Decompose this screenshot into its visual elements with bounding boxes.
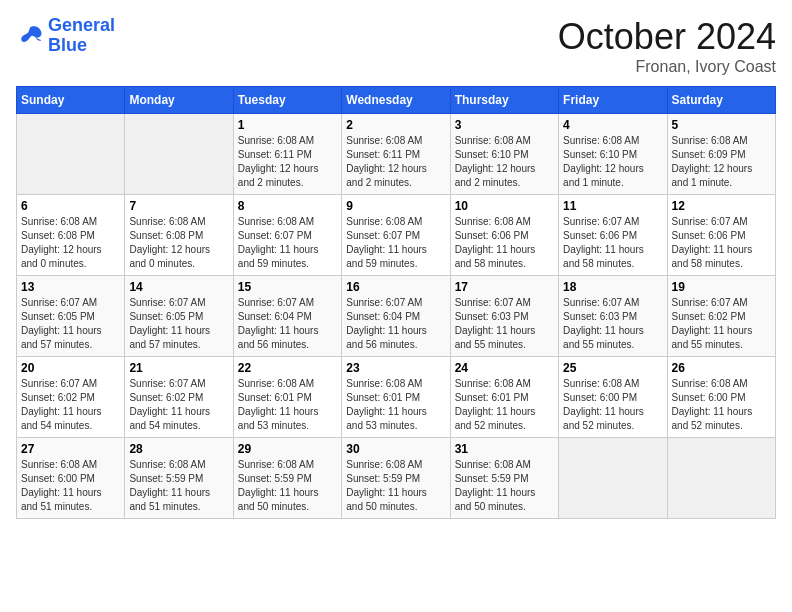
day-info: Sunrise: 6:08 AM Sunset: 6:00 PM Dayligh… <box>21 458 120 514</box>
day-info: Sunrise: 6:07 AM Sunset: 6:06 PM Dayligh… <box>563 215 662 271</box>
day-number: 6 <box>21 199 120 213</box>
weekday-monday: Monday <box>125 87 233 114</box>
weekday-saturday: Saturday <box>667 87 775 114</box>
calendar-table: SundayMondayTuesdayWednesdayThursdayFrid… <box>16 86 776 519</box>
day-info: Sunrise: 6:08 AM Sunset: 6:01 PM Dayligh… <box>455 377 554 433</box>
day-number: 18 <box>563 280 662 294</box>
day-number: 16 <box>346 280 445 294</box>
day-number: 8 <box>238 199 337 213</box>
weekday-header-row: SundayMondayTuesdayWednesdayThursdayFrid… <box>17 87 776 114</box>
day-info: Sunrise: 6:08 AM Sunset: 6:06 PM Dayligh… <box>455 215 554 271</box>
weekday-wednesday: Wednesday <box>342 87 450 114</box>
calendar-cell: 1Sunrise: 6:08 AM Sunset: 6:11 PM Daylig… <box>233 114 341 195</box>
day-number: 11 <box>563 199 662 213</box>
day-number: 30 <box>346 442 445 456</box>
day-info: Sunrise: 6:08 AM Sunset: 6:01 PM Dayligh… <box>346 377 445 433</box>
calendar-cell: 31Sunrise: 6:08 AM Sunset: 5:59 PM Dayli… <box>450 438 558 519</box>
weekday-thursday: Thursday <box>450 87 558 114</box>
day-info: Sunrise: 6:08 AM Sunset: 5:59 PM Dayligh… <box>455 458 554 514</box>
location: Fronan, Ivory Coast <box>558 58 776 76</box>
calendar-cell: 26Sunrise: 6:08 AM Sunset: 6:00 PM Dayli… <box>667 357 775 438</box>
calendar-cell: 3Sunrise: 6:08 AM Sunset: 6:10 PM Daylig… <box>450 114 558 195</box>
day-info: Sunrise: 6:08 AM Sunset: 5:59 PM Dayligh… <box>238 458 337 514</box>
day-info: Sunrise: 6:07 AM Sunset: 6:04 PM Dayligh… <box>238 296 337 352</box>
calendar-cell: 14Sunrise: 6:07 AM Sunset: 6:05 PM Dayli… <box>125 276 233 357</box>
week-row-3: 13Sunrise: 6:07 AM Sunset: 6:05 PM Dayli… <box>17 276 776 357</box>
week-row-2: 6Sunrise: 6:08 AM Sunset: 6:08 PM Daylig… <box>17 195 776 276</box>
calendar-cell: 21Sunrise: 6:07 AM Sunset: 6:02 PM Dayli… <box>125 357 233 438</box>
logo-text: General Blue <box>48 16 115 56</box>
calendar-cell: 18Sunrise: 6:07 AM Sunset: 6:03 PM Dayli… <box>559 276 667 357</box>
calendar-cell: 11Sunrise: 6:07 AM Sunset: 6:06 PM Dayli… <box>559 195 667 276</box>
calendar-cell: 4Sunrise: 6:08 AM Sunset: 6:10 PM Daylig… <box>559 114 667 195</box>
day-info: Sunrise: 6:07 AM Sunset: 6:02 PM Dayligh… <box>672 296 771 352</box>
calendar-cell: 13Sunrise: 6:07 AM Sunset: 6:05 PM Dayli… <box>17 276 125 357</box>
day-info: Sunrise: 6:08 AM Sunset: 6:07 PM Dayligh… <box>238 215 337 271</box>
day-number: 19 <box>672 280 771 294</box>
calendar-cell: 7Sunrise: 6:08 AM Sunset: 6:08 PM Daylig… <box>125 195 233 276</box>
logo: General Blue <box>16 16 115 56</box>
day-number: 26 <box>672 361 771 375</box>
week-row-5: 27Sunrise: 6:08 AM Sunset: 6:00 PM Dayli… <box>17 438 776 519</box>
day-info: Sunrise: 6:08 AM Sunset: 6:08 PM Dayligh… <box>21 215 120 271</box>
calendar-cell: 12Sunrise: 6:07 AM Sunset: 6:06 PM Dayli… <box>667 195 775 276</box>
day-number: 23 <box>346 361 445 375</box>
day-info: Sunrise: 6:08 AM Sunset: 6:00 PM Dayligh… <box>563 377 662 433</box>
calendar-cell: 20Sunrise: 6:07 AM Sunset: 6:02 PM Dayli… <box>17 357 125 438</box>
calendar-cell: 9Sunrise: 6:08 AM Sunset: 6:07 PM Daylig… <box>342 195 450 276</box>
day-info: Sunrise: 6:08 AM Sunset: 6:11 PM Dayligh… <box>346 134 445 190</box>
week-row-1: 1Sunrise: 6:08 AM Sunset: 6:11 PM Daylig… <box>17 114 776 195</box>
logo-bird-icon <box>16 22 44 50</box>
calendar-cell <box>17 114 125 195</box>
month-title: October 2024 <box>558 16 776 58</box>
day-number: 13 <box>21 280 120 294</box>
week-row-4: 20Sunrise: 6:07 AM Sunset: 6:02 PM Dayli… <box>17 357 776 438</box>
day-info: Sunrise: 6:08 AM Sunset: 6:08 PM Dayligh… <box>129 215 228 271</box>
day-number: 24 <box>455 361 554 375</box>
day-number: 1 <box>238 118 337 132</box>
calendar-cell: 15Sunrise: 6:07 AM Sunset: 6:04 PM Dayli… <box>233 276 341 357</box>
day-number: 9 <box>346 199 445 213</box>
day-info: Sunrise: 6:08 AM Sunset: 6:10 PM Dayligh… <box>455 134 554 190</box>
title-block: October 2024 Fronan, Ivory Coast <box>558 16 776 76</box>
day-info: Sunrise: 6:07 AM Sunset: 6:05 PM Dayligh… <box>129 296 228 352</box>
calendar-cell: 6Sunrise: 6:08 AM Sunset: 6:08 PM Daylig… <box>17 195 125 276</box>
calendar-cell: 8Sunrise: 6:08 AM Sunset: 6:07 PM Daylig… <box>233 195 341 276</box>
calendar-cell: 28Sunrise: 6:08 AM Sunset: 5:59 PM Dayli… <box>125 438 233 519</box>
day-number: 21 <box>129 361 228 375</box>
day-info: Sunrise: 6:08 AM Sunset: 6:09 PM Dayligh… <box>672 134 771 190</box>
day-number: 12 <box>672 199 771 213</box>
weekday-friday: Friday <box>559 87 667 114</box>
day-info: Sunrise: 6:07 AM Sunset: 6:04 PM Dayligh… <box>346 296 445 352</box>
weekday-sunday: Sunday <box>17 87 125 114</box>
calendar-cell: 22Sunrise: 6:08 AM Sunset: 6:01 PM Dayli… <box>233 357 341 438</box>
day-info: Sunrise: 6:08 AM Sunset: 6:07 PM Dayligh… <box>346 215 445 271</box>
day-info: Sunrise: 6:07 AM Sunset: 6:03 PM Dayligh… <box>455 296 554 352</box>
day-info: Sunrise: 6:07 AM Sunset: 6:06 PM Dayligh… <box>672 215 771 271</box>
day-number: 3 <box>455 118 554 132</box>
day-info: Sunrise: 6:07 AM Sunset: 6:02 PM Dayligh… <box>129 377 228 433</box>
calendar-cell: 2Sunrise: 6:08 AM Sunset: 6:11 PM Daylig… <box>342 114 450 195</box>
calendar-cell: 29Sunrise: 6:08 AM Sunset: 5:59 PM Dayli… <box>233 438 341 519</box>
calendar-cell: 24Sunrise: 6:08 AM Sunset: 6:01 PM Dayli… <box>450 357 558 438</box>
calendar-cell: 17Sunrise: 6:07 AM Sunset: 6:03 PM Dayli… <box>450 276 558 357</box>
day-info: Sunrise: 6:08 AM Sunset: 5:59 PM Dayligh… <box>346 458 445 514</box>
day-number: 27 <box>21 442 120 456</box>
calendar-cell: 16Sunrise: 6:07 AM Sunset: 6:04 PM Dayli… <box>342 276 450 357</box>
calendar-cell: 25Sunrise: 6:08 AM Sunset: 6:00 PM Dayli… <box>559 357 667 438</box>
day-number: 14 <box>129 280 228 294</box>
calendar-cell: 27Sunrise: 6:08 AM Sunset: 6:00 PM Dayli… <box>17 438 125 519</box>
weekday-tuesday: Tuesday <box>233 87 341 114</box>
calendar-cell: 30Sunrise: 6:08 AM Sunset: 5:59 PM Dayli… <box>342 438 450 519</box>
day-number: 7 <box>129 199 228 213</box>
day-info: Sunrise: 6:08 AM Sunset: 6:11 PM Dayligh… <box>238 134 337 190</box>
calendar-cell <box>559 438 667 519</box>
day-info: Sunrise: 6:08 AM Sunset: 5:59 PM Dayligh… <box>129 458 228 514</box>
day-number: 31 <box>455 442 554 456</box>
day-info: Sunrise: 6:07 AM Sunset: 6:02 PM Dayligh… <box>21 377 120 433</box>
calendar-cell: 19Sunrise: 6:07 AM Sunset: 6:02 PM Dayli… <box>667 276 775 357</box>
day-info: Sunrise: 6:08 AM Sunset: 6:00 PM Dayligh… <box>672 377 771 433</box>
day-number: 15 <box>238 280 337 294</box>
day-number: 28 <box>129 442 228 456</box>
calendar-cell: 23Sunrise: 6:08 AM Sunset: 6:01 PM Dayli… <box>342 357 450 438</box>
